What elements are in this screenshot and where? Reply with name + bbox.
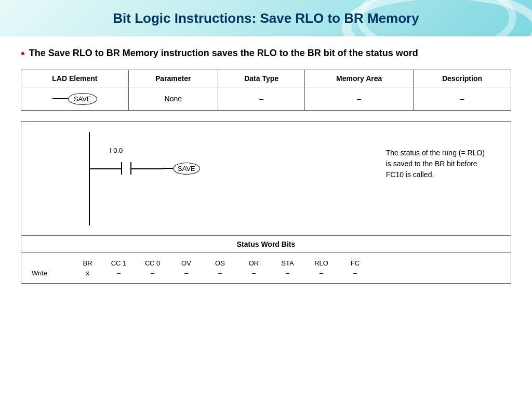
status-col-cc0: CC 0: [136, 259, 169, 267]
desc-cell: –: [413, 87, 511, 111]
line-left: [52, 98, 68, 99]
ladder-box: I 0.0 SAVE The status of the rung (= RLO…: [21, 121, 511, 284]
status-write-row: Write x – – – – – – – –: [32, 269, 500, 277]
status-word-header: Status Word Bits: [21, 236, 511, 253]
param-cell: None: [128, 87, 218, 111]
content-area: • The Save RLO to BR Memory instruction …: [0, 36, 532, 294]
status-col-fc: FC: [338, 259, 372, 267]
dtype-cell: –: [218, 87, 304, 111]
header-area: Bit Logic Instructions: Save RLO to BR M…: [0, 0, 532, 36]
save-symbol: SAVE: [52, 93, 97, 105]
status-col-cc1: CC 1: [102, 259, 136, 267]
write-or: –: [237, 269, 271, 277]
status-header-row: BR CC 1 CC 0 OV OS OR STA RLO FC: [32, 259, 500, 267]
save-oval: SAVE: [68, 93, 97, 105]
page-container: Bit Logic Instructions: Save RLO to BR M…: [0, 0, 532, 399]
slide-title: Bit Logic Instructions: Save RLO to BR M…: [113, 10, 419, 26]
col-data-type: Data Type: [218, 70, 304, 87]
instruction-table: LAD Element Parameter Data Type Memory A…: [21, 70, 511, 111]
memarea-cell: –: [305, 87, 414, 111]
table-header-row: LAD Element Parameter Data Type Memory A…: [21, 70, 511, 87]
col-lad-element: LAD Element: [21, 70, 129, 87]
desc-line3: FC10 is called.: [386, 169, 485, 180]
bullet-text: The Save RLO to BR Memory instruction sa…: [29, 47, 418, 60]
status-col-sta: STA: [271, 259, 304, 267]
power-rail: [89, 132, 90, 225]
desc-line2: is saved to the BR bit before: [386, 158, 485, 169]
write-label: Write: [32, 269, 73, 277]
save-coil: SAVE: [163, 163, 200, 175]
write-fc: –: [338, 269, 372, 277]
write-rlo: –: [304, 269, 338, 277]
coil-oval: SAVE: [173, 163, 200, 175]
write-cc0: –: [136, 269, 169, 277]
rung-line-from-rail: [90, 168, 121, 169]
col-parameter: Parameter: [128, 70, 218, 87]
fc-overline: FC: [351, 259, 360, 267]
write-br-value: x: [73, 269, 102, 277]
status-col-ov: OV: [169, 259, 203, 267]
contact-left-bar: [121, 162, 122, 175]
status-col-or: OR: [237, 259, 271, 267]
write-ov: –: [169, 269, 203, 277]
rung-line-after-contact: [131, 168, 163, 169]
status-col-os: OS: [203, 259, 237, 267]
bullet-dot: •: [21, 47, 25, 60]
ladder-diagram-area: I 0.0 SAVE The status of the rung (= RLO…: [21, 122, 511, 236]
ladder-description: The status of the rung (= RLO) is saved …: [386, 148, 485, 180]
status-col-rlo: RLO: [304, 259, 338, 267]
lad-element-cell: SAVE: [21, 87, 129, 111]
desc-line1: The status of the rung (= RLO): [386, 148, 485, 158]
write-sta: –: [271, 269, 304, 277]
bullet-section: • The Save RLO to BR Memory instruction …: [21, 47, 511, 60]
status-word-table: BR CC 1 CC 0 OV OS OR STA RLO FC Write x…: [21, 253, 511, 283]
write-cc1: –: [102, 269, 136, 277]
coil-line-left: [163, 168, 173, 169]
status-col-br: BR: [73, 259, 102, 267]
col-description: Description: [413, 70, 511, 87]
table-row: SAVE None – – –: [21, 87, 511, 111]
io-label: I 0.0: [110, 147, 123, 154]
write-os: –: [203, 269, 237, 277]
col-memory-area: Memory Area: [305, 70, 414, 87]
